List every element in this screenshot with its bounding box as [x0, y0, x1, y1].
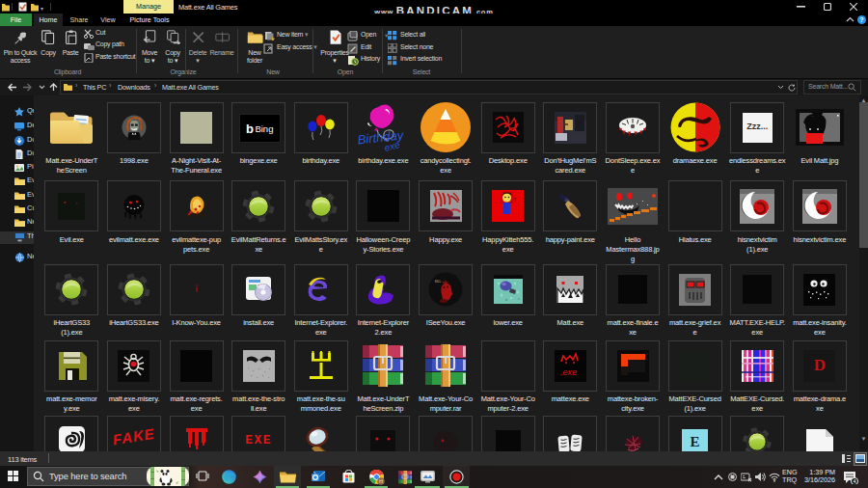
svg-text:.exe: .exe [560, 367, 577, 377]
svg-text:H: H [379, 478, 383, 484]
svg-text:''!: ''! [513, 198, 516, 203]
svg-text:KILL: KILL [435, 280, 442, 284]
svg-text:4: 4 [853, 478, 855, 484]
